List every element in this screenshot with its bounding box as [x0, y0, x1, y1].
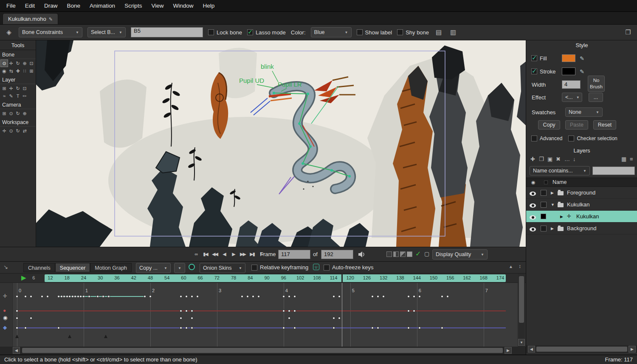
- menu-animation[interactable]: Animation: [85, 0, 120, 12]
- keyframe-dot[interactable]: [333, 327, 335, 329]
- bone-name-input[interactable]: B5: [131, 27, 203, 37]
- keyframe-dot[interactable]: [16, 295, 18, 298]
- keyframe-dot[interactable]: [382, 295, 385, 298]
- menu-window[interactable]: Window: [168, 0, 198, 12]
- keyframe-marker[interactable]: [68, 335, 71, 338]
- keyframe-dot[interactable]: [282, 327, 285, 329]
- keyframe-dot[interactable]: [79, 295, 82, 298]
- lasso-mode-checkbox-box[interactable]: [247, 29, 253, 35]
- keyframe-dot[interactable]: [74, 295, 76, 298]
- more-layer-options-icon[interactable]: …: [564, 156, 570, 162]
- translate-layer-icon[interactable]: ✛: [8, 85, 14, 92]
- keyframe-dot[interactable]: [293, 310, 296, 312]
- pane-resize-icon[interactable]: ↘: [3, 264, 8, 270]
- keyframe-dot[interactable]: [180, 295, 182, 298]
- keyframe-dot[interactable]: [413, 295, 415, 298]
- select-bone-icon[interactable]: ⊙: [1, 60, 8, 67]
- keyframe-dot[interactable]: [16, 327, 18, 329]
- keyframe-dot[interactable]: [282, 295, 285, 298]
- copy-style-button[interactable]: Copy: [538, 120, 560, 130]
- keyframe-dot[interactable]: [63, 295, 65, 298]
- keyframe-dot[interactable]: [288, 317, 290, 319]
- reset-view-icon[interactable]: ⇄: [21, 127, 28, 134]
- draw-shape-icon[interactable]: ✎: [8, 93, 14, 99]
- lock-bone-checkbox-box[interactable]: [208, 29, 214, 35]
- follow-path-icon[interactable]: ≈: [1, 93, 8, 99]
- keyframe-dot[interactable]: [66, 295, 68, 298]
- keyframe-dot[interactable]: [252, 295, 254, 298]
- auto-freeze-keys-checkbox[interactable]: Auto-freeze keys: [324, 264, 374, 271]
- bind-points-icon[interactable]: ∷: [21, 68, 28, 74]
- keyframe-dot[interactable]: [413, 310, 415, 312]
- keyframe-dot[interactable]: [418, 327, 421, 329]
- resize-tracks-icon[interactable]: ↕: [519, 263, 521, 269]
- layers-horizontal-scrollbar[interactable]: ◀ ▶: [526, 345, 637, 353]
- select-layer-icon[interactable]: ⊞: [1, 85, 8, 92]
- keyframe-dot[interactable]: [88, 295, 90, 298]
- keyframe-dot[interactable]: [30, 317, 32, 319]
- stroke-checkbox[interactable]: [531, 68, 537, 74]
- keyframe-dot[interactable]: [338, 295, 341, 298]
- bind-layer-icon[interactable]: ⊞: [28, 68, 35, 74]
- timeline-tracks[interactable]: 01234567✛●◉◆: [0, 283, 517, 347]
- layer-expand-arrow[interactable]: ▼: [551, 203, 555, 207]
- onion-skins-dropdown[interactable]: Onion Skins ▼: [200, 263, 245, 273]
- keyframe-dot[interactable]: [107, 295, 110, 298]
- current-frame-marker[interactable]: [341, 274, 343, 282]
- pan-tilt-camera-icon[interactable]: ⊕: [21, 110, 28, 117]
- keyframe-dot[interactable]: [68, 295, 71, 298]
- keyframe-dot[interactable]: [60, 295, 63, 298]
- layer-comps-icon[interactable]: ↓: [573, 156, 576, 162]
- keyframe-dot[interactable]: [196, 295, 199, 298]
- keyframe-marker[interactable]: [15, 335, 19, 338]
- go-to-start-icon[interactable]: ▮◀: [201, 250, 209, 258]
- keyframe-dot[interactable]: [191, 295, 193, 298]
- keyframe-dot[interactable]: [241, 295, 243, 298]
- timeline-playhead[interactable]: [342, 283, 342, 347]
- paste-options-dropdown[interactable]: ▼: [174, 263, 185, 273]
- paste-style-button[interactable]: Paste: [565, 120, 588, 130]
- layer-expand-arrow[interactable]: ▶: [560, 214, 563, 219]
- reset-style-button[interactable]: Reset: [593, 120, 616, 130]
- keyframe-dot[interactable]: [333, 317, 335, 319]
- auto-freeze-keys-checkbox-box[interactable]: [324, 265, 330, 271]
- rotate-layer-icon[interactable]: ↻: [14, 85, 21, 92]
- keyframe-dot[interactable]: [180, 327, 182, 329]
- text-tool-icon[interactable]: T: [14, 93, 21, 99]
- menu-view[interactable]: View: [147, 0, 168, 12]
- track-camera-icon[interactable]: ⊞: [1, 110, 8, 117]
- bone-frame-option-icon[interactable]: ▤: [434, 28, 443, 37]
- keyframe-dot[interactable]: [185, 310, 188, 312]
- menu-file[interactable]: File: [2, 0, 20, 12]
- timeline-tab-channels[interactable]: Channels: [23, 263, 55, 272]
- menu-scripts[interactable]: Scripts: [120, 0, 147, 12]
- keyframe-dot[interactable]: [30, 295, 32, 298]
- rotate-workspace-icon[interactable]: ↻: [14, 127, 21, 134]
- keyframe-dot[interactable]: [191, 310, 193, 312]
- scale-layer-icon[interactable]: ⊡: [21, 85, 28, 92]
- effect-more-button[interactable]: ...: [589, 93, 603, 102]
- bone-constraints-dropdown[interactable]: Bone Constraints ▼: [19, 27, 82, 37]
- layer-row-kukulkan[interactable]: ▶✛Kukulkan: [526, 211, 637, 223]
- keyframe-dot[interactable]: [185, 295, 188, 298]
- scroll-left-arrow[interactable]: ◀: [13, 347, 20, 354]
- relative-keyframe-indicator-icon[interactable]: ∪: [313, 264, 319, 270]
- advanced-checkbox[interactable]: [531, 135, 537, 141]
- keyframe-dot[interactable]: [293, 327, 296, 329]
- layer-visibility-toggle[interactable]: [530, 203, 536, 209]
- group-layer-icon[interactable]: ▣: [547, 156, 552, 162]
- keyframe-dot[interactable]: [24, 327, 27, 329]
- total-frames-input[interactable]: 192: [321, 250, 353, 259]
- layer-checkbox[interactable]: [541, 190, 547, 196]
- menu-help[interactable]: Help: [198, 0, 219, 12]
- step-back-icon[interactable]: ◀: [220, 250, 228, 258]
- stroke-color-swatch[interactable]: [562, 68, 575, 75]
- keyframe-dot[interactable]: [293, 295, 296, 298]
- proxy-toggle-icon[interactable]: ▢: [424, 251, 429, 257]
- keyframe-dot[interactable]: [418, 295, 421, 298]
- quality-full-icon[interactable]: [407, 251, 412, 257]
- pan-workspace-icon[interactable]: ✛: [1, 127, 8, 134]
- fill-color-swatch[interactable]: [562, 54, 575, 62]
- shy-bone-checkbox[interactable]: Shy bone: [397, 29, 429, 36]
- fill-checkbox[interactable]: [531, 55, 537, 61]
